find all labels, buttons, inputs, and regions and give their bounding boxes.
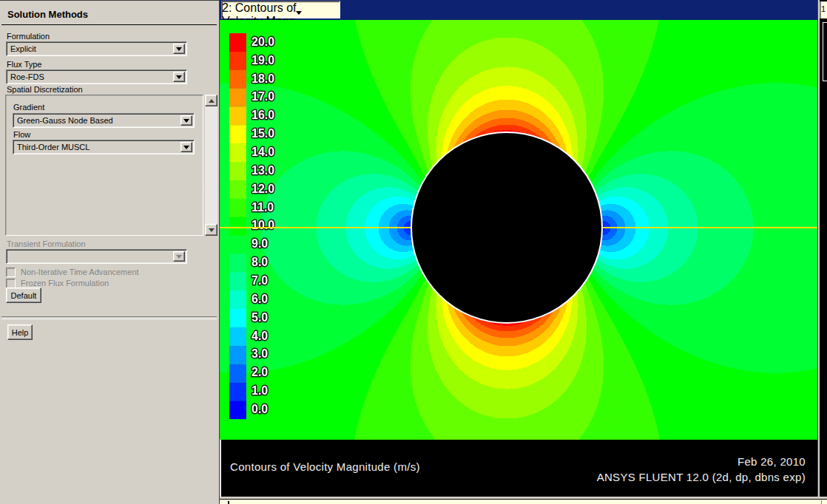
transient-formulation-dropdown — [6, 249, 187, 264]
transient-formulation-label: Transient Formulation — [7, 239, 86, 248]
background-window-sliver[interactable]: 1 — [820, 0, 827, 497]
flux-type-value: Roe-FDS — [10, 72, 171, 81]
default-button[interactable]: Default — [6, 287, 41, 303]
background-window-selector[interactable]: 1 — [820, 1, 827, 18]
formulation-value: Explicit — [10, 44, 171, 53]
caption-right-block: Feb 26, 2010 ANSYS FLUENT 12.0 (2d, dp, … — [597, 454, 806, 485]
caption-app-version: ANSYS FLUENT 12.0 (2d, dp, dbns exp) — [597, 469, 806, 485]
spatial-scrollbar[interactable] — [205, 95, 217, 236]
caption-title: Contours of Velocity Magnitude (m/s) — [230, 460, 420, 473]
caption-date: Feb 26, 2010 — [597, 454, 806, 469]
gradient-dropdown-button[interactable] — [180, 115, 192, 126]
chevron-down-icon — [183, 146, 189, 152]
scroll-up-button[interactable] — [205, 95, 217, 106]
flow-label: Flow — [13, 130, 30, 139]
chevron-down-icon — [176, 47, 182, 54]
chevron-down-icon — [183, 119, 189, 126]
graphics-window-selector[interactable]: 2: Contours of Velocity Magn — [221, 1, 340, 18]
console-seam — [821, 500, 822, 504]
console-strip[interactable] — [220, 497, 827, 504]
chevron-up-icon — [209, 96, 215, 103]
help-button[interactable]: Help — [7, 324, 33, 340]
contour-plot-canvas[interactable] — [220, 20, 817, 440]
flow-value: Third-Order MUSCL — [17, 143, 178, 151]
chevron-down-icon — [209, 228, 215, 235]
frozen-flux-formulation-label: Frozen Flux Formulation — [21, 279, 109, 287]
caption-bar: Contours of Velocity Magnitude (m/s) Feb… — [220, 440, 817, 497]
title-divider — [1, 24, 217, 25]
formulation-dropdown[interactable]: Explicit — [6, 41, 187, 56]
graphics-window-titlebar: 2: Contours of Velocity Magn — [220, 0, 817, 20]
solution-methods-panel: Solution Methods Formulation Explicit Fl… — [0, 0, 220, 504]
fluent-application-window: { "colors": { "panel_bg": "#d4d0c8", "ti… — [0, 0, 827, 504]
flux-type-label: Flux Type — [7, 60, 42, 69]
flow-dropdown-button[interactable] — [180, 142, 192, 152]
gradient-label: Gradient — [13, 103, 44, 112]
flow-dropdown[interactable]: Third-Order MUSCL — [13, 140, 195, 154]
scroll-down-button[interactable] — [205, 224, 217, 236]
non-iterative-time-advancement-checkbox — [6, 268, 16, 277]
spatial-discretization-group: Gradient Green-Gauss Node Based Flow Thi… — [5, 95, 203, 236]
console-cursor — [228, 501, 229, 504]
transient-dropdown-button — [173, 251, 185, 262]
residuals-legend-box — [823, 22, 827, 81]
flux-type-dropdown-button[interactable] — [173, 72, 185, 82]
formulation-label: Formulation — [7, 32, 50, 41]
chevron-down-icon — [176, 255, 182, 262]
flux-type-dropdown[interactable]: Roe-FDS — [6, 69, 187, 84]
non-iterative-time-advancement-label: Non-Iterative Time Advancement — [21, 268, 139, 276]
gradient-dropdown[interactable]: Green-Gauss Node Based — [13, 113, 195, 128]
console-window-edge[interactable] — [220, 499, 827, 504]
panel-title: Solution Methods — [7, 9, 88, 20]
formulation-dropdown-button[interactable] — [173, 44, 185, 54]
panel-divider — [1, 316, 217, 319]
gradient-value: Green-Gauss Node Based — [17, 116, 178, 125]
spatial-discretization-label: Spatial Discretization — [7, 85, 83, 94]
chevron-down-icon — [176, 75, 182, 82]
